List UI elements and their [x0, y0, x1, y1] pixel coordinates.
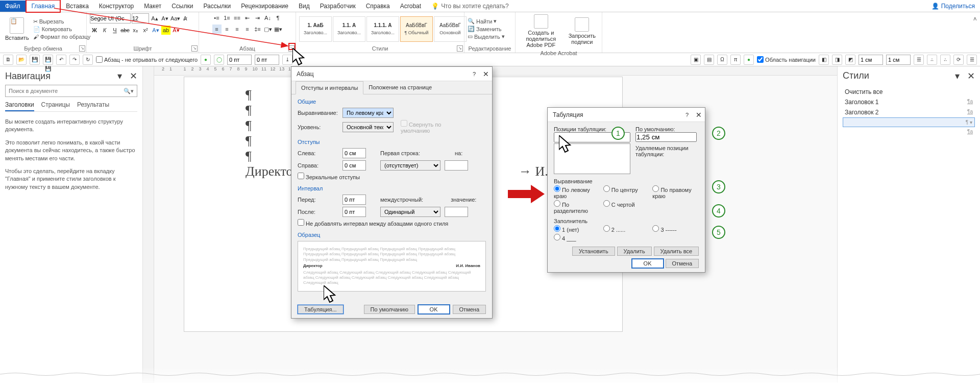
- open-icon[interactable]: 📂: [16, 55, 27, 65]
- default-button[interactable]: По умолчанию: [364, 305, 415, 314]
- set-button[interactable]: Установить: [572, 247, 615, 256]
- clear-all-button[interactable]: Удалить все: [654, 247, 699, 256]
- align-decimal-radio[interactable]: По разделителю: [554, 200, 600, 214]
- q-icon4[interactable]: ◨: [832, 55, 842, 65]
- align-center-radio[interactable]: По центру: [603, 185, 650, 199]
- tab-developer[interactable]: Разработчик: [315, 1, 361, 12]
- level-select[interactable]: Основной текст: [342, 122, 394, 132]
- q-icon[interactable]: ▣: [691, 55, 701, 65]
- tab-help[interactable]: Справка: [361, 1, 395, 12]
- q-icon5[interactable]: ◩: [845, 55, 855, 65]
- tab-indents[interactable]: Отступы и интервалы: [296, 81, 363, 94]
- q-icon3[interactable]: ◧: [819, 55, 829, 65]
- align-right-radio[interactable]: По правому краю: [652, 185, 699, 199]
- find-button[interactable]: 🔍 Найти ▾: [468, 18, 505, 25]
- replace-button[interactable]: 🔄 Заменить: [468, 26, 505, 32]
- leader-3-radio[interactable]: 3 ------: [652, 225, 699, 233]
- cancel-button[interactable]: Отмена: [453, 305, 486, 314]
- more-icon[interactable]: ☰: [967, 55, 977, 65]
- nav-tab-pages[interactable]: Страницы: [41, 101, 70, 111]
- help-icon[interactable]: ?: [473, 71, 476, 77]
- leader-2-radio[interactable]: 2 ......: [603, 225, 650, 233]
- undo-icon[interactable]: ↶: [56, 55, 66, 65]
- nav-close-icon[interactable]: ✕: [130, 71, 137, 81]
- leader-4-radio[interactable]: 4 ___: [554, 234, 600, 241]
- after-input[interactable]: [342, 207, 366, 217]
- spinner-before[interactable]: [227, 55, 252, 65]
- line-spacing-value[interactable]: [445, 207, 468, 217]
- margin-top[interactable]: [859, 55, 883, 65]
- green-dot-icon[interactable]: ●: [201, 55, 211, 65]
- tree-icon3[interactable]: ⛬: [940, 55, 950, 65]
- nav-tab-headings[interactable]: Заголовки: [5, 101, 34, 111]
- positions-list[interactable]: [554, 143, 630, 174]
- nav-dropdown-icon[interactable]: ▾: [117, 71, 122, 81]
- sample-preview: Предыдущий абзац Предыдущий абзац Предыд…: [298, 241, 486, 292]
- style-current[interactable]: ¶ ▾: [843, 117, 975, 127]
- tab-acrobat[interactable]: Acrobat: [395, 1, 426, 12]
- nav-tab-results[interactable]: Результаты: [77, 101, 109, 111]
- style-clear-all[interactable]: Очистить все: [843, 87, 975, 97]
- green-dot-icon2[interactable]: ●: [744, 55, 754, 65]
- close-icon[interactable]: ✕: [696, 111, 702, 119]
- pi-icon[interactable]: π: [730, 55, 741, 65]
- omega-icon[interactable]: Ω: [717, 55, 727, 65]
- before-input[interactable]: [342, 195, 366, 205]
- search-icon[interactable]: 🔍▾: [120, 88, 137, 94]
- alignment-select[interactable]: По левому краю: [342, 108, 394, 118]
- tree-icon2[interactable]: ⛬: [927, 55, 937, 65]
- style-heading1[interactable]: Заголовок 1¶a: [843, 97, 975, 107]
- indent-left-input[interactable]: [342, 148, 366, 158]
- line-spacing-select[interactable]: Одинарный: [380, 207, 440, 217]
- first-line-value[interactable]: [445, 160, 468, 171]
- default-tab-input[interactable]: [635, 132, 697, 142]
- share-button[interactable]: 👤 Поделиться: [926, 3, 980, 10]
- style-gallery[interactable]: 1. АаБЗаголово... 1.1. АЗаголово... 1.1.…: [299, 16, 467, 42]
- help-icon[interactable]: ?: [685, 112, 689, 118]
- tab-position[interactable]: Положение на странице: [363, 81, 437, 94]
- nosame-checkbox[interactable]: Не добавлять интервал между абзацами одн…: [298, 219, 448, 227]
- pagebreak-icon[interactable]: ⤓: [282, 55, 292, 65]
- nav-pane-checkbox[interactable]: Область навигации: [757, 56, 816, 63]
- indent-right-input[interactable]: [342, 160, 366, 171]
- collapse-ribbon-icon[interactable]: ʌ: [970, 12, 980, 53]
- margin-bottom[interactable]: [886, 55, 911, 65]
- styles-launcher[interactable]: ↘: [457, 45, 463, 52]
- align-left-radio[interactable]: По левому краю: [554, 185, 600, 199]
- tree-icon[interactable]: ☰: [914, 55, 924, 65]
- ok-button[interactable]: OK: [632, 259, 664, 268]
- repeat-icon[interactable]: ↻: [83, 55, 93, 65]
- horizontal-ruler[interactable]: 2 1 1 2 3 4 5 6 7 8 9 10 11 12 13 14 15 …: [154, 66, 837, 76]
- q-icon2[interactable]: ▤: [704, 55, 714, 65]
- redo-icon[interactable]: ↷: [69, 55, 80, 65]
- clear-button[interactable]: Удалить: [617, 247, 652, 256]
- cancel-button[interactable]: Отмена: [666, 259, 699, 268]
- styles-close-icon[interactable]: ✕: [967, 71, 975, 81]
- green-ring-icon[interactable]: ◯: [214, 55, 224, 65]
- create-pdf-button[interactable]: Создать и поделиться Adobe PDF: [519, 13, 564, 49]
- close-icon[interactable]: ✕: [483, 70, 489, 78]
- ok-button[interactable]: OK: [418, 305, 450, 314]
- keep-with-next-checkbox[interactable]: Абзац - не отрывать от следующего: [96, 56, 198, 63]
- tell-me[interactable]: 💡 Что вы хотите сделать?: [426, 1, 514, 12]
- spinner-after[interactable]: [255, 55, 279, 65]
- tabs-button[interactable]: Табуляция...: [298, 305, 344, 314]
- torn-edge: [0, 372, 980, 377]
- vertical-ruler[interactable]: [143, 66, 154, 383]
- select-button[interactable]: ▭ Выделить ▾: [468, 33, 505, 40]
- leader-1-radio[interactable]: 1 (нет): [554, 225, 600, 233]
- style-item[interactable]: ¶a: [843, 127, 975, 136]
- first-line-select[interactable]: (отсутствует): [380, 160, 440, 171]
- tab-file[interactable]: Файл: [0, 1, 26, 12]
- new-doc-icon[interactable]: 🗎: [3, 55, 13, 65]
- mirror-checkbox[interactable]: Зеркальные отступы: [298, 173, 360, 180]
- style-heading2[interactable]: Заголовок 2¶a: [843, 107, 975, 117]
- nav-search-input[interactable]: [6, 88, 120, 94]
- saveall-icon[interactable]: 💾💾: [43, 55, 53, 65]
- align-bar-radio[interactable]: С чертой: [603, 200, 650, 214]
- nav-search[interactable]: 🔍▾: [5, 85, 137, 97]
- styles-dropdown-icon[interactable]: ▾: [955, 71, 960, 81]
- save-icon[interactable]: 💾: [30, 55, 40, 65]
- request-sign-button[interactable]: Запросить подписи: [566, 16, 599, 46]
- refresh-icon[interactable]: ⟳: [953, 55, 964, 65]
